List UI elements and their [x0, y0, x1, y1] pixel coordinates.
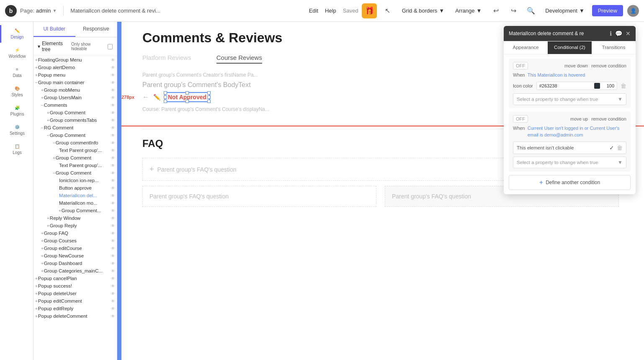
eye-icon[interactable]: 👁	[111, 88, 115, 93]
sidebar-item-data[interactable]: ≡ Data	[0, 64, 33, 81]
eye-icon[interactable]: 👁	[111, 186, 115, 190]
tree-item[interactable]: + Popup deleteComment 👁	[33, 312, 117, 320]
eye-icon[interactable]: 👁	[111, 269, 115, 273]
eye-icon[interactable]: 👁	[111, 133, 115, 138]
eye-icon[interactable]: 👁	[111, 261, 115, 266]
undo-button[interactable]: ↩	[489, 4, 502, 18]
preview-button[interactable]: Preview	[592, 5, 623, 16]
tree-item[interactable]: + Group FAQ 👁	[33, 229, 117, 237]
delete-icon-color-btn[interactable]: 🗑	[621, 82, 626, 89]
delete-not-clickable-btn[interactable]: 🗑	[617, 144, 623, 151]
tree-item[interactable]: + Popup success! 👁	[33, 282, 117, 290]
eye-icon[interactable]: 👁	[111, 201, 115, 206]
tree-item[interactable]: + Group Categories_mainC... 👁	[33, 267, 117, 275]
eye-icon[interactable]: 👁	[111, 276, 115, 281]
tree-item[interactable]: Text Parent group'... 👁	[33, 162, 117, 169]
eye-icon[interactable]: 👁	[111, 314, 115, 319]
tree-item[interactable]: + Popup deleteUser 👁	[33, 290, 117, 297]
eye-icon[interactable]: 👁	[111, 95, 115, 100]
tree-item[interactable]: + Group Dashboard 👁	[33, 260, 117, 267]
tree-item[interactable]: − Group Comment 👁	[33, 169, 117, 177]
move-down-link[interactable]: move down	[564, 63, 588, 68]
tree-item[interactable]: + Group Comment... 👁	[33, 207, 117, 214]
help-button[interactable]: Help	[325, 8, 336, 14]
faq-plus-icon[interactable]: +	[149, 165, 154, 174]
tree-item[interactable]: + Group Courses 👁	[33, 237, 117, 244]
eye-icon[interactable]: 👁	[111, 73, 115, 77]
eye-icon[interactable]: 👁	[111, 239, 115, 243]
redo-button[interactable]: ↪	[507, 4, 520, 18]
eye-icon[interactable]: 👁	[111, 80, 115, 85]
condition-2-off-btn[interactable]: OFF	[513, 115, 528, 123]
sidebar-item-logs[interactable]: 📋 Logs	[0, 141, 33, 158]
eye-icon[interactable]: 👁	[111, 299, 115, 303]
eye-icon[interactable]: 👁	[111, 306, 115, 311]
close-icon[interactable]: ✕	[626, 30, 631, 37]
tree-item[interactable]: + Group Reply 👁	[33, 222, 117, 229]
info-icon[interactable]: ℹ	[610, 30, 612, 37]
tree-item[interactable]: MaterialIcon del... 👁	[33, 192, 117, 199]
handle-br[interactable]	[207, 100, 211, 103]
eye-icon[interactable]: 👁	[111, 141, 115, 145]
tree-item[interactable]: + Group editCourse 👁	[33, 244, 117, 252]
comment-icon[interactable]: 💬	[615, 30, 622, 37]
eye-icon[interactable]: 👁	[111, 126, 115, 130]
development-dropdown[interactable]: Development ▼	[542, 6, 587, 15]
tab-conditional[interactable]: Conditional (2)	[548, 41, 592, 54]
tree-item[interactable]: − Group main container 👁	[33, 79, 117, 86]
tree-item[interactable]: Text Parent group'... 👁	[33, 147, 117, 154]
tree-item[interactable]: + Group mobMenu 👁	[33, 86, 117, 94]
eye-icon[interactable]: 👁	[111, 291, 115, 296]
sidebar-item-settings[interactable]: ⚙️ Settings	[0, 121, 33, 139]
eye-icon[interactable]: 👁	[111, 156, 115, 160]
move-up-link[interactable]: move up	[570, 116, 588, 121]
tree-item[interactable]: MaterialIcon mo... 👁	[33, 199, 117, 207]
tree-item[interactable]: − Group Comment 👁	[33, 131, 117, 139]
search-button[interactable]: 🔍	[524, 4, 538, 18]
eye-icon[interactable]: 👁	[111, 163, 115, 168]
handle-tr[interactable]	[207, 91, 211, 95]
eye-icon[interactable]: 👁	[111, 171, 115, 175]
eye-icon[interactable]: 👁	[111, 208, 115, 213]
course-reviews-tab[interactable]: Course Reviews	[216, 54, 262, 64]
eye-icon[interactable]: 👁	[111, 216, 115, 221]
condition-1-off-btn[interactable]: OFF	[513, 62, 528, 69]
tree-item[interactable]: Button approve 👁	[33, 184, 117, 192]
eye-icon[interactable]: 👁	[111, 148, 115, 153]
edit-button[interactable]: Edit	[309, 8, 318, 14]
eye-icon[interactable]: 👁	[111, 284, 115, 288]
tree-item[interactable]: + Popup editReply 👁	[33, 305, 117, 312]
check-icon[interactable]: ✓	[609, 144, 614, 151]
pointer-tool[interactable]: ↖	[381, 4, 394, 18]
page-dropdown-icon[interactable]: ▼	[52, 8, 57, 13]
tree-item[interactable]: − RG Comment 👁	[33, 124, 117, 131]
tree-item[interactable]: + Group alertDemo 👁	[33, 64, 117, 71]
eye-icon[interactable]: 👁	[111, 178, 115, 183]
platform-reviews-tab[interactable]: Platform Reviews	[142, 54, 191, 64]
hideable-checkbox[interactable]	[108, 44, 113, 49]
show-hideable-toggle[interactable]: Only show hideable	[71, 42, 113, 51]
tab-ui-builder[interactable]: UI Builder	[33, 22, 75, 37]
eye-icon[interactable]: 👁	[111, 65, 115, 70]
page-selector[interactable]: Page: admin ▼	[20, 8, 57, 14]
eye-icon[interactable]: 👁	[111, 103, 115, 108]
tree-item[interactable]: + Reply Window 👁	[33, 214, 117, 222]
arrange-dropdown[interactable]: Arrange ▼	[452, 6, 485, 15]
sidebar-item-styles[interactable]: 🎨 Styles	[0, 83, 33, 100]
handle-tm[interactable]	[185, 91, 189, 95]
tree-item[interactable]: + Popup editComment 👁	[33, 297, 117, 305]
remove-condition-2-link[interactable]: remove condition	[591, 116, 626, 121]
handle-bm[interactable]	[185, 100, 189, 103]
tab-appearance[interactable]: Appearance	[504, 41, 548, 54]
tab-responsive[interactable]: Responsive	[75, 22, 117, 37]
tree-item[interactable]: + Popup cancelPlan 👁	[33, 275, 117, 282]
tree-item[interactable]: + Group commentsTabs 👁	[33, 116, 117, 124]
selected-element[interactable]: Not Approved	[165, 92, 210, 102]
tree-item[interactable]: − Comments 👁	[33, 101, 117, 109]
tree-item[interactable]: IonicIcon ion-rep... 👁	[33, 177, 117, 184]
color-swatch[interactable]	[594, 83, 600, 89]
sidebar-item-design[interactable]: ✏️ Design	[0, 25, 33, 43]
eye-icon[interactable]: 👁	[111, 254, 115, 258]
sidebar-item-plugins[interactable]: 🧩 Plugins	[0, 102, 33, 120]
gift-button[interactable]: 🎁	[362, 3, 377, 18]
